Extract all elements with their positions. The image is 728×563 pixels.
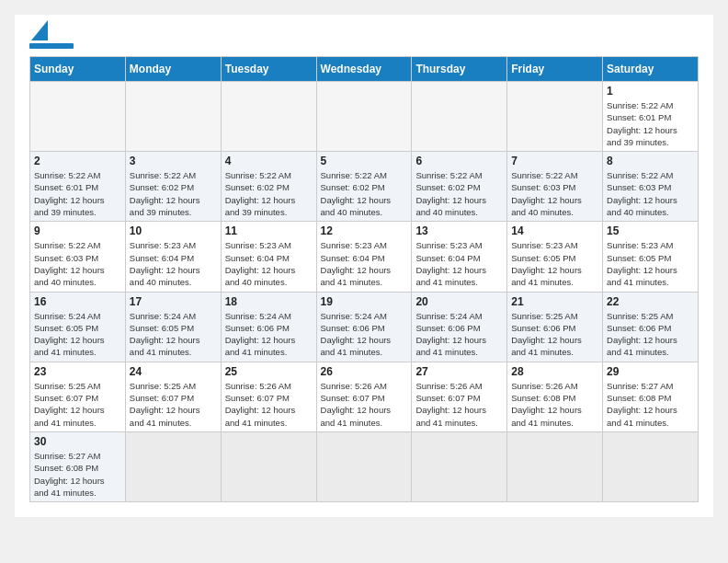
day-number: 2 [34,155,121,167]
calendar-cell [507,431,603,501]
day-info: Sunrise: 5:23 AMSunset: 6:04 PMDaylight:… [225,239,313,288]
day-info: Sunrise: 5:23 AMSunset: 6:04 PMDaylight:… [130,239,217,288]
day-info: Sunrise: 5:26 AMSunset: 6:07 PMDaylight:… [225,380,313,429]
day-info: Sunrise: 5:22 AMSunset: 6:02 PMDaylight:… [415,169,503,218]
calendar-cell: 13Sunrise: 5:23 AMSunset: 6:04 PMDayligh… [412,222,507,292]
calendar-cell: 21Sunrise: 5:25 AMSunset: 6:06 PMDayligh… [507,292,603,362]
calendar-cell [316,431,412,501]
calendar-cell: 16Sunrise: 5:24 AMSunset: 6:05 PMDayligh… [30,292,126,362]
day-number: 23 [34,365,121,378]
calendar-cell: 20Sunrise: 5:24 AMSunset: 6:06 PMDayligh… [412,292,507,362]
day-number: 5 [321,155,408,167]
calendar-cell [507,82,603,152]
calendar-cell: 6Sunrise: 5:22 AMSunset: 6:02 PMDaylight… [412,152,507,222]
day-info: Sunrise: 5:24 AMSunset: 6:05 PMDaylight:… [130,310,217,359]
day-number: 18 [225,295,313,308]
day-info: Sunrise: 5:24 AMSunset: 6:06 PMDaylight:… [321,310,408,359]
svg-marker-0 [31,20,48,40]
day-info: Sunrise: 5:22 AMSunset: 6:01 PMDaylight:… [607,99,694,148]
day-info: Sunrise: 5:23 AMSunset: 6:05 PMDaylight:… [607,239,694,288]
day-number: 7 [511,155,598,167]
calendar-cell: 29Sunrise: 5:27 AMSunset: 6:08 PMDayligh… [603,362,699,431]
day-info: Sunrise: 5:25 AMSunset: 6:06 PMDaylight:… [607,310,694,359]
calendar-cell: 17Sunrise: 5:24 AMSunset: 6:05 PMDayligh… [125,292,221,362]
day-info: Sunrise: 5:22 AMSunset: 6:02 PMDaylight:… [225,169,313,218]
day-number: 28 [511,365,598,378]
day-number: 22 [607,295,694,308]
day-info: Sunrise: 5:22 AMSunset: 6:03 PMDaylight:… [511,169,598,218]
day-info: Sunrise: 5:22 AMSunset: 6:02 PMDaylight:… [321,169,408,218]
calendar-cell: 19Sunrise: 5:24 AMSunset: 6:06 PMDayligh… [316,292,412,362]
day-info: Sunrise: 5:26 AMSunset: 6:07 PMDaylight:… [321,380,408,429]
calendar-cell [125,82,221,152]
calendar-cell [603,431,699,501]
calendar-cell: 4Sunrise: 5:22 AMSunset: 6:02 PMDaylight… [221,152,316,222]
day-number: 13 [415,224,503,237]
calendar-cell: 8Sunrise: 5:22 AMSunset: 6:03 PMDaylight… [603,152,699,222]
day-number: 27 [415,365,503,378]
day-number: 15 [607,224,694,237]
day-info: Sunrise: 5:27 AMSunset: 6:08 PMDaylight:… [607,380,694,429]
day-info: Sunrise: 5:27 AMSunset: 6:08 PMDaylight:… [34,450,121,499]
weekday-header-thursday: Thursday [412,57,507,82]
calendar-row-3: 16Sunrise: 5:24 AMSunset: 6:05 PMDayligh… [30,292,699,362]
calendar-cell: 23Sunrise: 5:25 AMSunset: 6:07 PMDayligh… [30,362,126,431]
calendar-cell: 14Sunrise: 5:23 AMSunset: 6:05 PMDayligh… [507,222,603,292]
header [29,24,699,49]
weekday-header-sunday: Sunday [30,57,126,82]
calendar-cell: 1Sunrise: 5:22 AMSunset: 6:01 PMDaylight… [603,82,699,152]
day-info: Sunrise: 5:23 AMSunset: 6:05 PMDaylight:… [511,239,598,288]
day-number: 19 [321,295,408,308]
calendar-cell: 24Sunrise: 5:25 AMSunset: 6:07 PMDayligh… [125,362,221,431]
day-number: 6 [415,155,503,167]
day-info: Sunrise: 5:23 AMSunset: 6:04 PMDaylight:… [321,239,408,288]
day-info: Sunrise: 5:24 AMSunset: 6:06 PMDaylight:… [225,310,313,359]
day-info: Sunrise: 5:26 AMSunset: 6:07 PMDaylight:… [415,380,503,429]
calendar-body: 1Sunrise: 5:22 AMSunset: 6:01 PMDaylight… [30,82,699,502]
calendar-cell [412,82,507,152]
day-number: 12 [321,224,408,237]
calendar-row-0: 1Sunrise: 5:22 AMSunset: 6:01 PMDaylight… [30,82,699,152]
logo-triangle-icon [31,20,48,40]
weekday-header-saturday: Saturday [603,57,699,82]
day-number: 17 [130,295,217,308]
calendar-cell: 28Sunrise: 5:26 AMSunset: 6:08 PMDayligh… [507,362,603,431]
weekday-header-friday: Friday [507,57,603,82]
calendar-cell [125,431,221,501]
day-info: Sunrise: 5:25 AMSunset: 6:07 PMDaylight:… [34,380,121,429]
day-number: 24 [130,365,217,378]
calendar-cell [412,431,507,501]
day-number: 30 [34,435,121,448]
day-info: Sunrise: 5:24 AMSunset: 6:05 PMDaylight:… [34,310,121,359]
calendar-cell: 7Sunrise: 5:22 AMSunset: 6:03 PMDaylight… [507,152,603,222]
day-number: 9 [34,224,121,237]
day-number: 10 [130,224,217,237]
logo [29,24,74,49]
logo-bar [29,43,74,49]
day-info: Sunrise: 5:25 AMSunset: 6:07 PMDaylight:… [130,380,217,429]
calendar-cell: 27Sunrise: 5:26 AMSunset: 6:07 PMDayligh… [412,362,507,431]
day-number: 25 [225,365,313,378]
day-number: 8 [607,155,694,167]
weekday-header-row: SundayMondayTuesdayWednesdayThursdayFrid… [30,57,699,82]
day-number: 3 [130,155,217,167]
day-info: Sunrise: 5:23 AMSunset: 6:04 PMDaylight:… [415,239,503,288]
day-number: 29 [607,365,694,378]
calendar-cell: 10Sunrise: 5:23 AMSunset: 6:04 PMDayligh… [125,222,221,292]
calendar-cell [221,82,316,152]
calendar-cell: 18Sunrise: 5:24 AMSunset: 6:06 PMDayligh… [221,292,316,362]
calendar-cell: 9Sunrise: 5:22 AMSunset: 6:03 PMDaylight… [30,222,126,292]
calendar-cell: 30Sunrise: 5:27 AMSunset: 6:08 PMDayligh… [30,431,126,501]
day-info: Sunrise: 5:26 AMSunset: 6:08 PMDaylight:… [511,380,598,429]
day-number: 14 [511,224,598,237]
calendar-cell [316,82,412,152]
calendar-table: SundayMondayTuesdayWednesdayThursdayFrid… [29,56,699,502]
day-number: 11 [225,224,313,237]
calendar-cell: 2Sunrise: 5:22 AMSunset: 6:01 PMDaylight… [30,152,126,222]
day-number: 20 [415,295,503,308]
day-info: Sunrise: 5:22 AMSunset: 6:03 PMDaylight:… [607,169,694,218]
calendar-cell: 5Sunrise: 5:22 AMSunset: 6:02 PMDaylight… [316,152,412,222]
day-info: Sunrise: 5:24 AMSunset: 6:06 PMDaylight:… [415,310,503,359]
day-info: Sunrise: 5:25 AMSunset: 6:06 PMDaylight:… [511,310,598,359]
calendar-cell: 25Sunrise: 5:26 AMSunset: 6:07 PMDayligh… [221,362,316,431]
